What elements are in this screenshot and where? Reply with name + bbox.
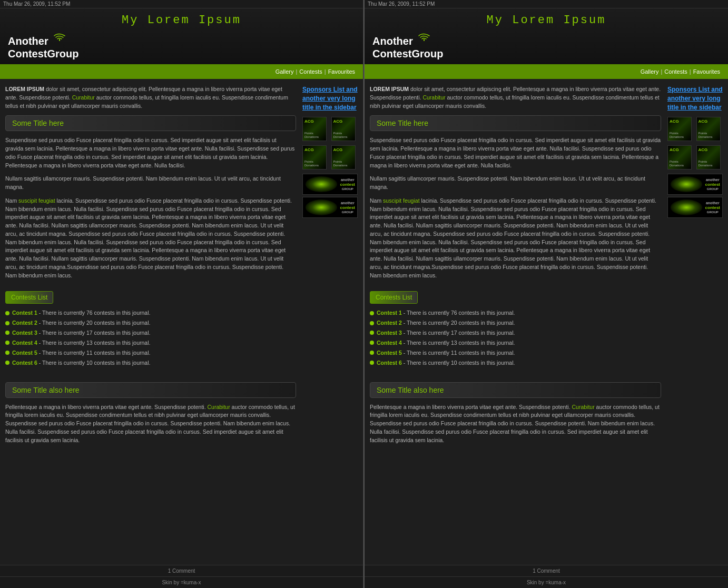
contest-item-4-right: Contest 4 - There is currently 13 contes… [370,338,661,348]
contest-link-6-left[interactable]: Contest 6 [12,360,37,366]
logo-line1-right: Another [372,35,430,47]
badge-3-top-right: ACG [670,147,679,152]
contest-link-6-right[interactable]: Contest 6 [377,360,402,366]
sponsors-title-left[interactable]: Sponsors List and another very long titl… [302,85,358,112]
badge-1-right[interactable]: ACG PointsDonations [667,117,692,141]
sponsor-grid-row2-right: ACG PointsDonations ACG PointsDonations [667,145,723,170]
intro-link-left[interactable]: Curabitur [72,94,95,101]
section1-title-right: Some Title here [370,115,661,131]
content-left-left: LOREM IPSUM dolor sit amet, consectetur … [5,85,296,559]
banner-glow-1-left [306,176,337,192]
nav-favourites-right[interactable]: Favourites [693,68,720,75]
badge-4-sub-right: PointsDonations [699,160,713,167]
contest-item-5-right: Contest 5 - There is currently 11 contes… [370,348,661,358]
sponsor-grid-row1-left: ACG PointsDonations ACG PointsDonations [302,117,358,141]
banner-2-right[interactable]: another contest GROUP [667,197,723,218]
badge-3-top-left: ACG [304,147,314,152]
banner-1-left[interactable]: another contest GROUP [302,174,358,195]
logo-area-left: Another ContestGroup [8,30,355,64]
nav-sep1-left: | [296,68,298,75]
contest-bullet-3-left [5,331,9,335]
sponsors-title-right[interactable]: Sponsors List and another very long titl… [667,85,723,112]
intro-text-left: LOREM IPSUM dolor sit amet, consectetur … [5,85,296,110]
contest-link-4-right[interactable]: Contest 4 [377,340,402,346]
contest-bullet-6-right [370,361,374,365]
logo-left: Another ContestGroup [8,34,78,60]
contest-bullet-3-right [370,331,374,335]
intro-link-right[interactable]: Curabitur [422,94,445,101]
badge-1-top-right: ACG [670,119,679,124]
badge-2-top-right: ACG [699,119,708,124]
nav-contests-right[interactable]: Contests [664,68,687,75]
contest-bullet-6-left [5,361,9,365]
contest-link-2-right[interactable]: Contest 2 [377,320,402,326]
contest-link-2-left[interactable]: Contest 2 [12,320,37,326]
intro-bold-left: LOREM IPSUM [5,86,44,92]
section1-link-left[interactable]: suscipit feugiat [18,197,55,204]
skin-text-left: Skin by =kuma-x [162,580,201,585]
intro-bold-right: LOREM IPSUM [370,86,409,92]
badge-2-right[interactable]: ACG PointsDonations [696,117,721,141]
badge-3-right[interactable]: ACG PointsDonations [667,145,692,170]
banner-glow-2-left [306,200,337,215]
contest-link-1-right[interactable]: Contest 1 [377,310,402,316]
sidebar-right-left: Sponsors List and another very long titl… [302,85,358,559]
contest-link-3-right[interactable]: Contest 3 [377,330,402,336]
nav-gallery-left[interactable]: Gallery [276,68,294,75]
nav-bar-right: Gallery | Contests | Favourites [365,64,728,79]
content-left-right: LOREM IPSUM dolor sit amet, consectetur … [370,85,661,559]
main-content-right: LOREM IPSUM dolor sit amet, consectetur … [365,79,728,565]
section2-link-right[interactable]: Curabitur [572,404,595,410]
contest-link-4-left[interactable]: Contest 4 [12,340,37,346]
contest-item-1-right: Contest 1 - There is currently 76 contes… [370,308,661,318]
contest-bullet-4-right [370,341,374,345]
badge-2-sub-left: PointsDonations [333,132,348,139]
badge-4-top-left: ACG [333,147,343,152]
section1-para3-left: Nam suscipit feugiat lacinia. Suspendiss… [5,197,296,280]
logo-line1-left: Another [8,35,66,47]
contest-item-4-left: Contest 4 - There is currently 13 contes… [5,338,296,348]
badge-1-left[interactable]: ACG PointsDonations [302,117,327,141]
badge-2-left[interactable]: ACG PointsDonations [331,117,356,141]
contest-item-3-right: Contest 3 - There is currently 17 contes… [370,328,661,338]
section1-para1-left: Suspendisse sed purus odio Fusce placera… [5,136,296,170]
badge-3-left[interactable]: ACG PointsDonations [302,145,327,170]
wifi-icon-left [53,32,66,45]
comment-count-right: 1 Comment [533,568,560,574]
contest-link-1-left[interactable]: Contest 1 [12,310,37,316]
nav-sep2-left: | [324,68,326,75]
header-right: My Lorem Ipsum Another [365,8,728,64]
right-panel: Thu Mar 26, 2009, 11:52 PM My Lorem Ipsu… [365,0,728,588]
nav-sep2-right: | [690,68,691,75]
skin-credit-left: Skin by =kuma-x [0,576,363,588]
section1-link-right[interactable]: suscipit feugiat [383,197,419,204]
banner-text-1-right: another contest GROUP [705,177,720,192]
contest-bullet-5-left [5,351,9,355]
contest-item-3-left: Contest 3 - There is currently 17 contes… [5,328,296,338]
page-wrapper: Thu Mar 26, 2009, 11:52 PM My Lorem Ipsu… [0,0,728,588]
banner-1-right[interactable]: another contest GROUP [667,174,723,195]
skin-text-right: Skin by =kuma-x [527,580,566,585]
section2-title-left: Some Title also here [5,382,296,398]
section2-para-left: Pellentesque a magna in libero viverra p… [5,403,296,445]
sponsor-grid-row2-left: ACG PointsDonations ACG PointsDonations [302,145,358,170]
section2-link-left[interactable]: Curabitur [208,404,230,410]
footer-left: 1 Comment [0,565,363,576]
nav-contests-left[interactable]: Contests [299,68,322,75]
nav-favourites-left[interactable]: Favourites [328,68,355,75]
system-bar-left: Thu Mar 26, 2009, 11:52 PM [0,0,363,8]
contest-item-6-right: Contest 6 - There is currently 10 contes… [370,358,661,368]
badge-4-left[interactable]: ACG PointsDonations [331,145,356,170]
badge-2-sub-right: PointsDonations [699,132,713,139]
contest-items-left: Contest 1 - There is currently 76 contes… [5,308,296,367]
nav-gallery-right[interactable]: Gallery [641,68,659,75]
contest-item-6-left: Contest 6 - There is currently 10 contes… [5,358,296,368]
badge-4-right[interactable]: ACG PointsDonations [696,145,721,170]
system-time-right: Thu Mar 26, 2009, 11:52 PM [368,1,435,7]
contest-link-5-left[interactable]: Contest 5 [12,350,37,356]
contest-link-3-left[interactable]: Contest 3 [12,330,37,336]
contest-items-right: Contest 1 - There is currently 76 contes… [370,308,661,367]
section2-title-right: Some Title also here [370,382,661,398]
banner-2-left[interactable]: another contest GROUP [302,197,358,218]
contest-link-5-right[interactable]: Contest 5 [377,350,402,356]
